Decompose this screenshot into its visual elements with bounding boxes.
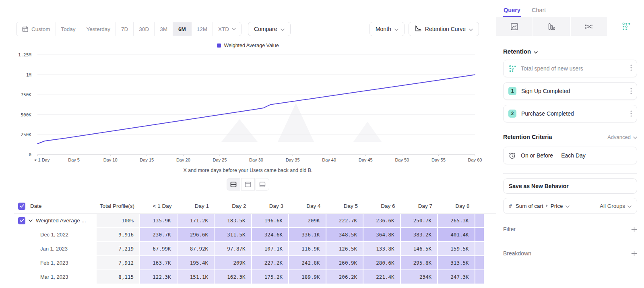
row-label-date[interactable]: Feb 1, 2023 — [14, 256, 97, 270]
measure-row: # Sum of cart Price All Groups — [503, 198, 637, 214]
add-breakdown-button[interactable] — [631, 251, 637, 257]
expand-chevron-icon[interactable] — [29, 220, 33, 222]
range-button-today[interactable]: Today — [56, 22, 81, 36]
retention-value-cell: 189.9K — [289, 270, 326, 284]
range-button-xtd[interactable]: XTD — [213, 22, 241, 36]
select-all-checkbox[interactable] — [18, 203, 25, 210]
compare-button[interactable]: Compare — [248, 22, 291, 36]
retention-value-cell: 209K — [215, 256, 252, 270]
chart-view-toggle[interactable] — [241, 178, 255, 191]
column-header-day-8: Day 8 — [438, 199, 475, 213]
granularity-button[interactable]: Month — [369, 22, 405, 36]
retention-value-cell: 280.6K — [363, 256, 401, 270]
svg-text:< 1 Day: < 1 Day — [34, 157, 50, 162]
row-label-weighted-average[interactable]: Weighted Average ... — [14, 214, 97, 228]
row-label-date[interactable]: Jan 1, 2023 — [14, 242, 97, 256]
criteria-condition-card[interactable]: On or Before Each Day — [503, 147, 637, 164]
table-row: Jan 1, 20237,21967.99K87.92K97.87K107.1K… — [14, 242, 496, 256]
svg-text:Day 40: Day 40 — [322, 157, 336, 162]
calendar-icon — [22, 26, 29, 33]
breakdown-row: Breakdown — [503, 250, 637, 257]
measure-property-dropdown[interactable]: Sum of cart Price — [516, 203, 570, 209]
retention-value-cell: 195.4K — [178, 256, 215, 270]
x-axis-caption: X and more days before your Users came b… — [0, 168, 496, 173]
table-header-row: DateTotal Profile(s)< 1 DayDay 1Day 2Day… — [14, 199, 496, 214]
svg-text:750K: 750K — [21, 92, 32, 97]
event-step-card[interactable]: 1Sign Up Completed — [503, 82, 637, 100]
kebab-menu-icon[interactable] — [630, 88, 632, 94]
retention-value-cell: 364.8K — [363, 228, 401, 242]
filter-row: Filter — [503, 226, 637, 232]
svg-text:250K: 250K — [21, 132, 32, 137]
range-button-6m[interactable]: 6M — [173, 22, 191, 36]
column-header-total-profile-s-: Total Profile(s) — [97, 199, 140, 213]
row-label-date[interactable]: Mar 1, 2023 — [14, 270, 97, 284]
chevron-down-icon — [633, 134, 637, 140]
retention-icon — [621, 22, 630, 31]
range-button-12m[interactable]: 12M — [191, 22, 213, 36]
event-step-card[interactable]: 2Purchase Completed — [503, 105, 637, 122]
query-sidebar: QueryChart Retention Total spend of new … — [496, 0, 644, 288]
group-label: All Groups — [600, 203, 625, 209]
retention-value-cell: 122.3K — [140, 270, 178, 284]
row-checkbox[interactable] — [18, 217, 25, 224]
criteria-interval-label[interactable]: Each Day — [561, 152, 586, 159]
svg-text:Day 45: Day 45 — [359, 157, 373, 162]
chart-type-button[interactable]: Retention Curve — [409, 22, 479, 36]
range-button-7d[interactable]: 7D — [116, 22, 133, 36]
row-label-date[interactable]: Dec 1, 2022 — [14, 228, 97, 242]
range-button-custom[interactable]: Custom — [17, 22, 56, 36]
legend-swatch — [217, 44, 221, 48]
tab-query[interactable]: Query — [504, 7, 520, 17]
behavior-title: Total spend of new users — [521, 65, 625, 72]
retention-value-cell: 171.2K — [178, 214, 215, 228]
group-dropdown[interactable]: All Groups — [600, 203, 632, 209]
svg-text:Day 35: Day 35 — [286, 157, 300, 162]
retention-section-header[interactable]: Retention — [503, 48, 637, 55]
svg-text:500K: 500K — [21, 112, 32, 118]
retention-value-cell: 126.5K — [326, 242, 364, 256]
range-button-30d[interactable]: 30D — [133, 22, 154, 36]
total-profiles-cell: 8,115 — [97, 270, 140, 284]
svg-text:0: 0 — [29, 152, 31, 157]
chevron-down-icon — [394, 26, 398, 32]
retention-value-cell: 236.6K — [363, 214, 401, 228]
svg-text:Day 30: Day 30 — [249, 157, 263, 162]
retention-value-cell: 401.4K — [438, 228, 475, 242]
retention-value-cell: 247.3K — [438, 270, 475, 284]
kebab-menu-icon[interactable] — [630, 110, 632, 117]
svg-text:Day 15: Day 15 — [140, 157, 154, 162]
retention-section-title: Retention — [503, 48, 531, 55]
split-view-toggle[interactable] — [227, 178, 240, 191]
retention-curve-icon — [415, 25, 422, 33]
add-filter-button[interactable] — [631, 226, 637, 232]
kebab-menu-icon[interactable] — [630, 64, 632, 73]
event-name: Sign Up Completed — [521, 88, 625, 94]
column-header-day-6: Day 6 — [363, 199, 401, 213]
retention-value-cell: 265.3K — [438, 214, 475, 228]
criteria-condition-label[interactable]: On or Before — [521, 152, 553, 159]
analysis-tab-funnels[interactable] — [533, 17, 570, 36]
behavior-card[interactable]: Total spend of new users — [503, 60, 637, 77]
analysis-tab-retention[interactable] — [608, 17, 644, 36]
retention-value-cell: 67.99K — [140, 242, 178, 256]
range-button-3m[interactable]: 3M — [154, 22, 173, 36]
number-property-icon: # — [509, 203, 512, 209]
analysis-tab-flows[interactable] — [571, 17, 607, 36]
retention-value-cell: 311.5K — [215, 228, 252, 242]
analysis-tab-insights[interactable] — [496, 17, 533, 36]
breakdown-label: Breakdown — [503, 250, 531, 257]
table-view-toggle[interactable] — [256, 178, 269, 191]
insights-icon — [510, 22, 519, 31]
sidebar-content: Retention Total spend of new users 1Sign… — [496, 48, 644, 257]
flows-icon — [584, 22, 594, 31]
save-as-new-behavior-button[interactable]: Save as New Behavior — [503, 178, 637, 194]
column-header--1-day: < 1 Day — [140, 199, 178, 213]
measure-label: Sum of cart — [516, 203, 543, 209]
svg-text:Day 10: Day 10 — [103, 157, 118, 162]
retention-table: DateTotal Profile(s)< 1 DayDay 1Day 2Day… — [14, 199, 496, 284]
tab-chart[interactable]: Chart — [532, 7, 546, 17]
clock-icon — [508, 152, 516, 160]
range-button-yesterday[interactable]: Yesterday — [81, 22, 116, 36]
advanced-dropdown[interactable]: Advanced — [607, 134, 637, 140]
